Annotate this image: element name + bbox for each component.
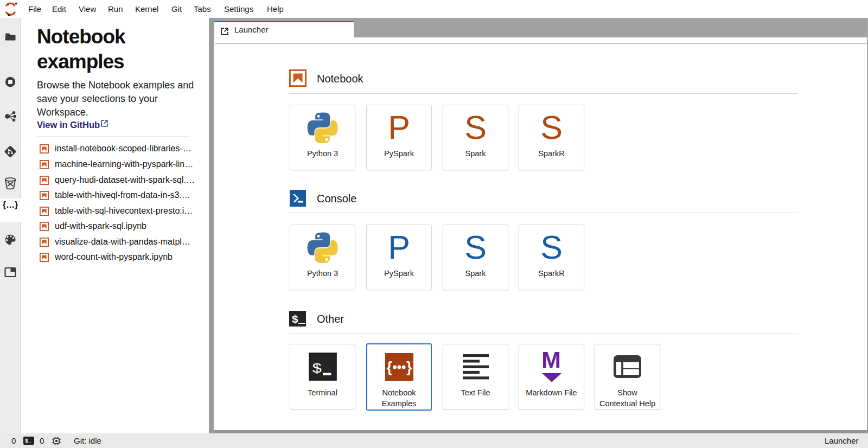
svg-text:$_: $_ bbox=[25, 438, 32, 444]
svg-text:$: $ bbox=[312, 362, 321, 375]
svg-text:$_: $_ bbox=[292, 313, 306, 326]
svg-text:{: { bbox=[386, 359, 392, 375]
svg-text:}: } bbox=[406, 359, 412, 375]
svg-text:M: M bbox=[541, 350, 561, 373]
